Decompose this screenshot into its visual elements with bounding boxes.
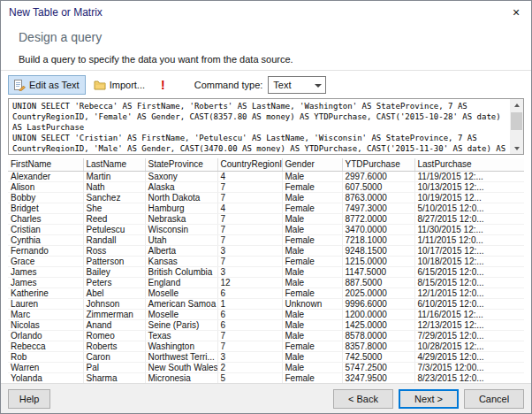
cell-stateprovince: Utah bbox=[145, 234, 217, 245]
cell-countryregionid: 1 bbox=[217, 298, 282, 309]
cell-ytdpurchase: 9996.6000 bbox=[342, 298, 414, 309]
cell-countryregionid: 7 bbox=[217, 181, 282, 192]
titlebar[interactable]: New Table or Matrix × bbox=[1, 1, 531, 24]
cell-ytdpurchase: 2025.0000 bbox=[342, 288, 414, 298]
cell-lastname: Nath bbox=[83, 181, 145, 192]
footer-bar: Help < Back Next > Cancel bbox=[1, 383, 531, 413]
cell-firstname: Lauren bbox=[8, 298, 83, 309]
cell-stateprovince: Northwest Terri... bbox=[145, 351, 217, 362]
cell-ytdpurchase: 1215.0000 bbox=[342, 256, 414, 266]
cell-stateprovince: Moselle bbox=[145, 288, 217, 298]
cell-gender: Female bbox=[282, 256, 342, 266]
cell-ytdpurchase: 607.5000 bbox=[342, 181, 414, 192]
cell-stateprovince: England bbox=[145, 277, 217, 288]
cell-lastpurchase: 5/10/2015 12:0... bbox=[414, 203, 524, 213]
cell-stateprovince: Alberta bbox=[145, 245, 217, 256]
cell-gender: Female bbox=[282, 341, 342, 351]
cell-ytdpurchase: 7218.1000 bbox=[342, 234, 414, 245]
cell-ytdpurchase: 2997.6000 bbox=[342, 171, 414, 181]
cell-lastname: Reed bbox=[83, 213, 145, 224]
sql-scrollbar[interactable] bbox=[510, 99, 523, 154]
cell-lastpurchase: 4/29/2015 12:0... bbox=[414, 351, 524, 362]
cell-ytdpurchase: 5747.2500 bbox=[342, 362, 414, 372]
cell-stateprovince: New South Wales bbox=[145, 362, 217, 372]
cell-gender: Male bbox=[282, 351, 342, 362]
scroll-track[interactable] bbox=[510, 111, 523, 142]
cell-countryregionid: 7 bbox=[217, 213, 282, 224]
cell-lastpurchase: 10/17/2015 12:... bbox=[414, 245, 524, 256]
back-button[interactable]: < Back bbox=[333, 389, 393, 409]
page-title: Design a query bbox=[19, 30, 102, 44]
cell-ytdpurchase: 1147.5000 bbox=[342, 266, 414, 277]
table-row: WarrenPalNew South Wales2Male5747.25007/… bbox=[8, 362, 524, 372]
cell-stateprovince: Alaska bbox=[145, 181, 217, 192]
scroll-up-icon[interactable] bbox=[510, 99, 523, 111]
cell-countryregionid: 7 bbox=[217, 341, 282, 351]
cell-lastname: Bailey bbox=[83, 266, 145, 277]
window-title: New Table or Matrix bbox=[9, 6, 103, 19]
table-row: RobCaronNorthwest Terri...3Male742.50004… bbox=[8, 351, 524, 362]
cell-ytdpurchase: 8772.0000 bbox=[342, 213, 414, 224]
cell-gender: Male bbox=[282, 277, 342, 288]
cell-lastpurchase: 6/10/2015 12:0... bbox=[414, 298, 524, 309]
cell-lastname: Martin bbox=[83, 171, 145, 181]
cell-stateprovince: Kansas bbox=[145, 256, 217, 266]
scroll-down-icon[interactable] bbox=[510, 142, 523, 154]
cell-countryregionid: 7 bbox=[217, 256, 282, 266]
cell-stateprovince: British Columbia bbox=[145, 266, 217, 277]
cell-firstname: James bbox=[8, 266, 83, 277]
cell-firstname: Nicolas bbox=[8, 319, 83, 330]
cell-lastname: She bbox=[83, 203, 145, 213]
table-row: AlisonNathAlaska7Female607.500010/13/201… bbox=[8, 181, 524, 192]
cell-ytdpurchase: 8763.0000 bbox=[342, 192, 414, 203]
cell-ytdpurchase: 3247.9500 bbox=[342, 372, 414, 383]
cell-stateprovince: Moselle bbox=[145, 309, 217, 319]
cell-stateprovince: Washington bbox=[145, 341, 217, 351]
cell-lastpurchase: 10/19/2015 12... bbox=[414, 192, 524, 203]
table-row: CristianPetulescuWisconsin7Male3470.0000… bbox=[8, 224, 524, 234]
cell-gender: Male bbox=[282, 266, 342, 277]
cell-lastpurchase: 12/1/2015 12:0... bbox=[414, 288, 524, 298]
sql-query-editor[interactable]: UNION SELECT 'Rebecca' AS FirstName, 'Ro… bbox=[8, 98, 524, 155]
cell-ytdpurchase: 1425.0000 bbox=[342, 319, 414, 330]
edit-as-text-label: Edit as Text bbox=[29, 80, 80, 90]
cell-lastpurchase: 1/11/2015 12:0... bbox=[414, 234, 524, 245]
cell-lastpurchase: 6/15/2015 12:0... bbox=[414, 266, 524, 277]
command-type-select[interactable]: Text bbox=[268, 76, 326, 94]
cell-firstname: Charles bbox=[8, 213, 83, 224]
cell-lastpurchase: 11/16/2015 12:... bbox=[414, 309, 524, 319]
cell-lastpurchase: 10/28/2015 12:... bbox=[414, 341, 524, 351]
scroll-thumb[interactable] bbox=[511, 112, 522, 130]
cell-ytdpurchase: 8578.0000 bbox=[342, 330, 414, 341]
cell-firstname: Bridget bbox=[8, 203, 83, 213]
cell-countryregionid: 3 bbox=[217, 351, 282, 362]
run-query-button[interactable]: ! bbox=[155, 75, 171, 95]
cell-firstname: Orlando bbox=[8, 330, 83, 341]
cell-lastname: Roberts bbox=[83, 341, 145, 351]
cell-gender: Female bbox=[282, 288, 342, 298]
column-header-firstname: FirstName bbox=[8, 158, 83, 171]
table-row: LaurenJohnsonAmerican Samoa1Unknown9996.… bbox=[8, 298, 524, 309]
cell-firstname: Marc bbox=[8, 309, 83, 319]
close-icon[interactable]: × bbox=[507, 4, 525, 20]
import-button[interactable]: Import... bbox=[87, 75, 151, 95]
next-button[interactable]: Next > bbox=[399, 389, 459, 409]
cell-firstname: Cristian bbox=[8, 224, 83, 234]
cell-lastname: Johnson bbox=[83, 298, 145, 309]
cell-lastname: Sanchez bbox=[83, 192, 145, 203]
cell-gender: Male bbox=[282, 224, 342, 234]
edit-as-text-button[interactable]: Edit as Text bbox=[8, 75, 86, 95]
cell-countryregionid: 5 bbox=[217, 372, 282, 383]
help-button[interactable]: Help bbox=[8, 389, 50, 409]
cell-ytdpurchase: 7497.3000 bbox=[342, 203, 414, 213]
column-header-stateprovince: StateProvince bbox=[145, 158, 217, 171]
cell-lastname: Patterson bbox=[83, 256, 145, 266]
cell-firstname: Bobby bbox=[8, 192, 83, 203]
cancel-button[interactable]: Cancel bbox=[464, 389, 524, 409]
cell-lastname: Romeo bbox=[83, 330, 145, 341]
cell-gender: Male bbox=[282, 192, 342, 203]
cell-lastname: Anand bbox=[83, 319, 145, 330]
cell-firstname: Alexander bbox=[8, 171, 83, 181]
cell-lastname: Caron bbox=[83, 351, 145, 362]
sql-query-text[interactable]: UNION SELECT 'Rebecca' AS FirstName, 'Ro… bbox=[12, 101, 505, 152]
